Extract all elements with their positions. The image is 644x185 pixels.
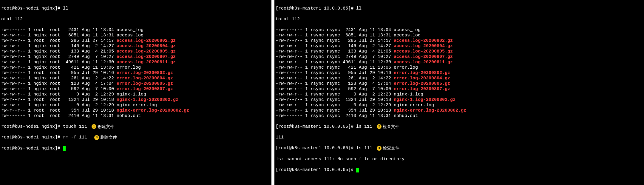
list-item: rw-rw-r-- 1 nginx root 146 Aug 2 14:27 a…: [1, 44, 270, 49]
filename: nginx-1.log: [394, 92, 423, 97]
filename: access.log: [394, 33, 421, 38]
total-line: otal 112: [1, 17, 270, 22]
filename: access.log-20200811.gz: [394, 60, 453, 65]
total-line: total 112: [276, 17, 643, 22]
prompt-line-rm: root@k8s-node1 nginx]# rm -f 111 3删除文件: [1, 135, 270, 140]
prompt-line-touch: root@k8s-node1 nginx]# touch 111 1创建文件: [1, 124, 270, 130]
filename: nginx-1.log-20200802.gz: [117, 97, 178, 102]
list-item: rw-r--r-- 1 root root 285 Jul 27 14:17 a…: [1, 38, 270, 44]
filename: error.log-20200807.gz: [394, 87, 450, 92]
list-item: rw-rw-r-- 1 nginx root 123 Aug 4 17:04 e…: [1, 81, 270, 87]
list-item: rw-r--r-- 1 root root 354 Jul 29 10:18 n…: [1, 108, 270, 113]
annotation-check: 检查文件: [383, 124, 399, 129]
list-item: rw-rw-r-- 1 nginx root 261 Aug 2 14:22 e…: [1, 76, 270, 81]
annotation-create: 创建文件: [98, 124, 114, 129]
list-item: rw-rw-r-- 1 nginx root 6851 Aug 11 13:31…: [1, 33, 270, 38]
command-text: ls 111: [356, 146, 372, 151]
filename: nginx-1.log-20200802.gz: [394, 97, 455, 102]
list-item: -rw-rw-r-- 1 rsync rsync 0 Aug 2 12:29 n…: [276, 103, 643, 108]
filename: error.log: [394, 65, 418, 70]
list-item: -rw-rw-r-- 1 rsync rsync 0 Aug 2 12:29 n…: [276, 92, 643, 97]
list-item: -rw-rw-r-- 1 rsync rsync 123 Aug 4 17:04…: [276, 81, 643, 87]
command-text: ll: [356, 6, 362, 11]
pane-divider[interactable]: [271, 0, 274, 185]
list-item: rw-r--r-- 1 root root 2431 Aug 11 13:04 …: [1, 27, 270, 33]
filename: access_log: [117, 27, 143, 33]
list-item: rw-r--r-- 1 root root 1324 Jul 29 10:18 …: [1, 97, 270, 103]
annotation-delete: 删除文件: [100, 135, 117, 140]
ls-error: ls: cannot access 111: No such file or d…: [276, 157, 643, 162]
file-listing-left: rw-r--r-- 1 root root 2431 Aug 11 13:04 …: [1, 27, 270, 119]
filename: access.log-20200811.gz: [117, 60, 176, 65]
list-item: -rw-rw-r-- 1 rsync rsync 592 Aug 7 10:00…: [276, 87, 643, 92]
filename: nohup.out: [394, 113, 418, 118]
annotation-check: 检查文件: [383, 146, 399, 150]
filename: access.log-20200804.gz: [394, 44, 453, 49]
filename: error.log-20200802.gz: [117, 70, 173, 75]
filename: nginx-error.log: [394, 103, 434, 108]
list-item: rw-rw-r-- 1 nginx root 421 Aug 11 13:06 …: [1, 65, 270, 70]
list-item: -rw-rw-r-- 1 rsync rsync 49611 Aug 11 12…: [276, 60, 643, 65]
prompt-line-idle: root@k8s-node1 nginx]#: [1, 146, 270, 151]
list-item: rw-rw-r-- 1 nginx root 0 Aug 2 12:29 ngi…: [1, 92, 270, 97]
filename: nginx-error.log-20200802.gz: [394, 108, 466, 113]
filename: error.log-20200802.gz: [394, 70, 450, 75]
command-text: ll: [63, 6, 68, 11]
list-item: -rw-rw-r-- 1 rsync rsync 261 Aug 2 14:22…: [276, 76, 643, 81]
filename: error.log-20200807.gz: [117, 87, 173, 92]
badge-1-icon: 1: [92, 124, 96, 129]
filename: access.log-20200807.gz: [117, 54, 176, 59]
list-item: rw-rw-r-- 1 nginx root 133 Aug 4 21:05 a…: [1, 49, 270, 54]
list-item: -rw-r--r-- 1 rsync rsync 354 Jul 29 10:1…: [276, 108, 643, 113]
list-item: -rw-r--r-- 1 rsync rsync 955 Jul 29 10:1…: [276, 70, 643, 76]
badge-2-icon: 2: [377, 124, 382, 129]
list-item: -rw-rw-r-- 1 rsync rsync 2749 Aug 7 10:2…: [276, 54, 643, 60]
badge-3-icon: 3: [94, 135, 99, 140]
list-item: -rw-rw-r-- 1 rsync rsync 6851 Aug 11 13:…: [276, 33, 643, 38]
list-item: -rw-rw-r-- 1 rsync rsync 133 Aug 4 21:05…: [276, 49, 643, 54]
filename: access.log-20200807.gz: [394, 54, 453, 59]
terminal-right[interactable]: [root@k8s-master1 10.0.0.65]# ll total 1…: [274, 0, 644, 185]
prompt-line: root@k8s-node1 nginx]# ll: [1, 6, 270, 11]
filename: nginx-error.log: [117, 103, 157, 108]
list-item: rw-rw-r-- 1 nginx root 49611 Aug 11 12:3…: [1, 60, 270, 65]
badge-4-icon: 4: [377, 146, 382, 151]
list-item: rw-r--r-- 1 root root 955 Jul 29 10:16 e…: [1, 70, 270, 76]
list-item: rw-rw-r-- 1 nginx root 0 Aug 2 12:29 ngi…: [1, 103, 270, 108]
command-text: rm -f 111: [63, 135, 87, 140]
cursor-icon: [63, 146, 66, 151]
filename: access.log-20200802.gz: [394, 38, 453, 43]
filename: error.log-20200804.gz: [117, 76, 173, 81]
filename: error.log: [117, 65, 141, 70]
ls-output: 111: [276, 135, 643, 140]
list-item: -rw-rw-r-- 1 rsync rsync 146 Aug 2 14:27…: [276, 44, 643, 49]
list-item: rw------- 1 root root 2410 Aug 11 13:31 …: [1, 113, 270, 119]
list-item: -rw-r--r-- 1 rsync rsync 1324 Jul 29 10:…: [276, 97, 643, 103]
filename: access_log: [394, 27, 421, 33]
command-text: ls 111: [356, 124, 372, 129]
list-item: rw-rw-r-- 1 nginx root 2749 Aug 7 10:27 …: [1, 54, 270, 60]
filename: error.log-20200804.gz: [394, 76, 450, 81]
list-item: -rw-r--r-- 1 rsync rsync 2431 Aug 11 13:…: [276, 27, 643, 33]
list-item: rw-rw-r-- 1 nginx root 592 Aug 7 10:00 e…: [1, 87, 270, 92]
filename: access.log-20200804.gz: [117, 44, 176, 49]
prompt-line: [root@k8s-master1 10.0.0.65]# ll: [276, 6, 643, 11]
filename: access.log-20200805.gz: [117, 49, 176, 54]
prompt-line-idle: [root@k8s-master1 10.0.0.65]#: [276, 167, 643, 173]
cursor-icon: [356, 168, 359, 172]
list-item: -rw------- 1 rsync rsync 2410 Aug 11 13:…: [276, 113, 643, 119]
command-text: touch 111: [63, 124, 87, 129]
prompt-line-ls1: [root@k8s-master1 10.0.0.65]# ls 111 2检查…: [276, 124, 643, 130]
filename: access.log-20200802.gz: [117, 38, 176, 43]
terminal-left[interactable]: root@k8s-node1 nginx]# ll otal 112 rw-r-…: [0, 0, 271, 185]
file-listing-right: -rw-r--r-- 1 rsync rsync 2431 Aug 11 13:…: [276, 27, 643, 119]
filename: access.log: [117, 33, 143, 38]
filename: access.log-20200805.gz: [394, 49, 453, 54]
list-item: -rw-rw-r-- 1 rsync rsync 421 Aug 11 13:0…: [276, 65, 643, 70]
list-item: -rw-r--r-- 1 rsync rsync 285 Jul 27 14:1…: [276, 38, 643, 44]
prompt-line-ls2: [root@k8s-master1 10.0.0.65]# ls 111 4检查…: [276, 146, 643, 151]
filename: error.log-20200805.gz: [394, 81, 450, 86]
filename: nohup.out: [117, 113, 141, 118]
filename: nginx-1.log: [117, 92, 146, 97]
filename: error.log-20200805.gz: [117, 81, 173, 86]
